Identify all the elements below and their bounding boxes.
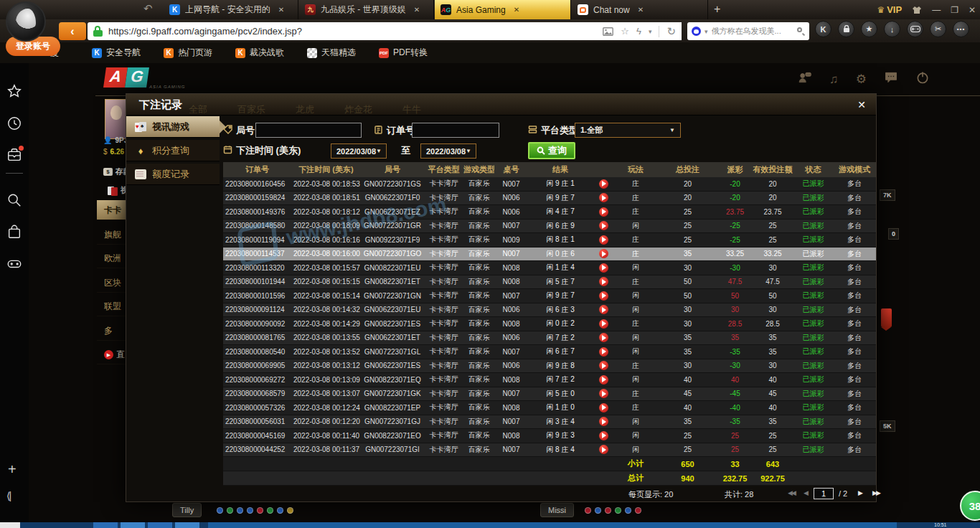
play-button[interactable] — [593, 445, 614, 454]
bookmark-item[interactable]: K 安全导航 — [92, 47, 141, 59]
table-row[interactable]: 2203080000699052022-03-08 00:13:12GN0062… — [223, 359, 876, 374]
play-button[interactable] — [593, 221, 614, 230]
play-button[interactable] — [593, 291, 614, 301]
search-side-icon[interactable] — [6, 192, 22, 208]
tab-close-icon[interactable]: ✕ — [414, 6, 420, 14]
play-button[interactable] — [593, 333, 614, 342]
table-row[interactable]: 2203080001015962022-03-08 00:15:14GN0072… — [223, 289, 876, 303]
play-button[interactable] — [593, 277, 614, 286]
vip-button[interactable]: ♛VIP — [877, 4, 902, 15]
customer-service-icon[interactable] — [798, 70, 812, 88]
taskbar-item[interactable] — [148, 522, 172, 528]
bookmark-item[interactable]: PDF PDF转换 — [379, 47, 428, 59]
add-panel-icon[interactable]: + — [8, 461, 17, 478]
table-name-tag[interactable]: Missi — [540, 503, 574, 517]
browser-tab-chat[interactable]: Chat now ✕ — [572, 0, 708, 19]
last-page-button[interactable]: ▶▶ — [872, 489, 880, 496]
taskbar-item[interactable] — [175, 522, 199, 528]
browser-tab-asia-gaming-active[interactable]: AG Asia Gaming ✕ — [435, 0, 571, 19]
restore-button[interactable]: ❐ — [951, 5, 958, 15]
play-button[interactable] — [593, 207, 614, 217]
play-button[interactable] — [593, 319, 614, 329]
table-row[interactable]: 2203080000817652022-03-08 00:13:55GN0062… — [223, 331, 876, 346]
skin-icon[interactable] — [912, 6, 922, 14]
play-button[interactable] — [593, 249, 614, 258]
back-button[interactable]: ‹ — [59, 22, 86, 40]
image-mode-icon[interactable] — [603, 27, 613, 36]
table-row[interactable]: 2203080001598242022-03-08 00:18:51GN0062… — [223, 192, 876, 206]
table-row[interactable]: 2203080000573262022-03-08 00:12:24GN0082… — [223, 401, 876, 415]
first-page-button[interactable]: ◀◀ — [788, 489, 795, 496]
edge-counter-badge[interactable]: 7K — [880, 189, 895, 201]
table-row[interactable]: 2203080000560312022-03-08 00:12:20GN0072… — [223, 415, 876, 430]
table-row[interactable]: 2203080001493762022-03-08 00:18:12GN0062… — [223, 205, 876, 220]
bookmark-item[interactable]: K 裁决战歌 — [235, 47, 284, 59]
site-logo[interactable]: A G — [105, 67, 148, 88]
browser-tab-nav[interactable]: K 上网导航 - 安全实用的 ✕ — [164, 0, 298, 19]
history-clock-icon[interactable] — [6, 116, 22, 131]
platform-type-select[interactable]: 1.全部▼ — [575, 123, 681, 138]
tab-close-icon[interactable]: ✕ — [638, 6, 644, 14]
prev-page-button[interactable]: ◀ — [804, 489, 807, 496]
notification-count-badge[interactable]: 38 — [960, 491, 980, 521]
inbox-icon[interactable] — [6, 147, 22, 163]
play-button[interactable] — [593, 389, 614, 398]
caret-down-icon[interactable]: ▾ — [649, 28, 652, 35]
play-button[interactable] — [593, 403, 614, 412]
games-button[interactable] — [907, 21, 923, 37]
table-row[interactable]: 2203080001133202022-03-08 00:15:57GN0082… — [223, 261, 876, 275]
edge-counter-badge[interactable]: 5K — [880, 420, 895, 432]
start-button[interactable] — [0, 522, 20, 528]
collapse-panel-icon[interactable]: ⟨| — [6, 490, 10, 501]
next-page-button[interactable]: ▶ — [858, 489, 862, 496]
dragon-ribbon-icon[interactable] — [881, 308, 892, 327]
play-button[interactable] — [593, 431, 614, 440]
play-button[interactable] — [593, 361, 614, 370]
add-favorite-icon[interactable]: ☆ — [621, 26, 629, 37]
table-row[interactable]: 2203080000900922022-03-08 00:14:29GN0082… — [223, 317, 876, 331]
round-number-input[interactable] — [255, 123, 362, 138]
shop-bag-icon[interactable] — [6, 224, 22, 240]
scissors-button[interactable]: ✂ — [930, 21, 946, 37]
new-tab-button[interactable]: + — [714, 3, 720, 16]
play-button[interactable] — [593, 375, 614, 385]
date-to-select[interactable]: 2022/03/08▼ — [420, 143, 476, 159]
play-button[interactable] — [593, 193, 614, 202]
k-account-button[interactable]: K — [815, 21, 831, 37]
bookmark-item[interactable]: K 热门页游 — [164, 47, 212, 59]
table-row[interactable]: 2203080000442522022-03-08 00:11:37GN0072… — [223, 443, 876, 458]
favorites-button[interactable]: ★ — [861, 21, 877, 37]
play-button[interactable] — [593, 179, 614, 189]
caret-down-icon[interactable]: ▾ — [705, 28, 708, 35]
tab-points-query[interactable]: ♦ 积分查询 — [126, 140, 220, 161]
boost-icon[interactable]: ϟ — [636, 26, 641, 37]
settings-gear-icon[interactable]: ⚙ — [856, 72, 867, 87]
browser-logo[interactable] — [6, 1, 46, 42]
edge-counter-badge[interactable]: 0 — [888, 228, 899, 240]
table-row[interactable]: 2203080001190942022-03-08 00:16:16GN0092… — [223, 233, 876, 248]
url-bar[interactable]: https://gci.9paff.com/agingame/pcv2/inde… — [88, 22, 682, 40]
play-button[interactable] — [593, 417, 614, 426]
tab-close-icon[interactable]: ✕ — [278, 6, 284, 14]
table-row[interactable]: 2203080000692722022-03-08 00:13:09GN0082… — [223, 373, 876, 387]
play-button[interactable] — [593, 305, 614, 314]
refresh-icon[interactable]: ↻ — [666, 25, 676, 38]
taskbar-item[interactable] — [121, 522, 145, 528]
table-name-tag[interactable]: Tilly — [172, 503, 202, 517]
current-page-input[interactable]: 1 — [814, 488, 834, 499]
favorites-star-icon[interactable] — [6, 83, 22, 99]
tab-video-games[interactable]: 视讯游戏 — [126, 116, 220, 138]
table-row[interactable]: 2203080001019442022-03-08 00:15:15GN0082… — [223, 275, 876, 290]
play-button[interactable] — [593, 263, 614, 273]
table-row[interactable]: 2203080000805402022-03-08 00:13:52GN0072… — [223, 345, 876, 359]
more-tools-button[interactable]: ••• — [953, 21, 969, 37]
table-row[interactable]: 2203080001604562022-03-08 00:18:53GN0072… — [223, 177, 876, 192]
table-row[interactable]: 2203080000685792022-03-08 00:13:07GN0072… — [223, 387, 876, 402]
table-row[interactable]: 2203080000451692022-03-08 00:11:40GN0082… — [223, 429, 876, 443]
query-button[interactable]: 查询 — [528, 142, 575, 159]
power-icon[interactable] — [915, 70, 930, 88]
windows-taskbar[interactable]: 10:51 — [0, 522, 980, 528]
music-icon[interactable]: ♫ — [829, 72, 839, 87]
table-row[interactable]: 2203080001145372022-03-08 00:16:00GN0072… — [223, 248, 876, 262]
gamepad-icon[interactable] — [6, 255, 22, 271]
